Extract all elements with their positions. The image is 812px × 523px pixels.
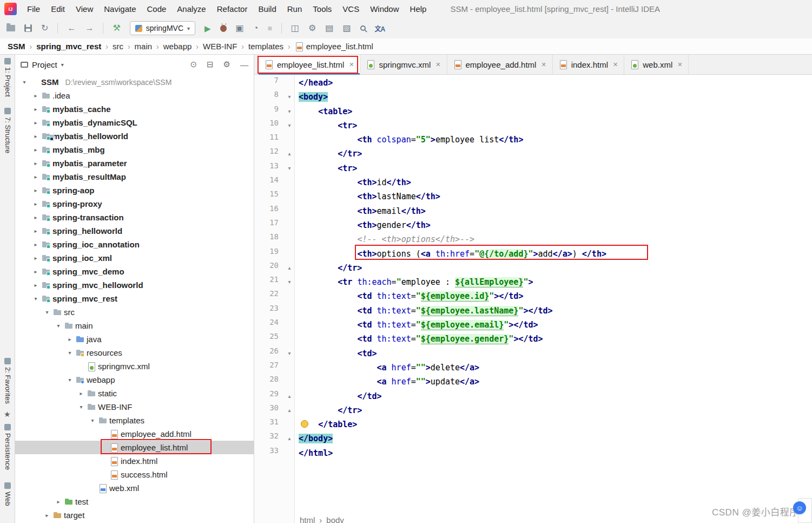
code-line-9[interactable]: 9▾ <table>	[254, 104, 812, 119]
code-line-24[interactable]: 24 <td th:text="${employee.email}"></td>	[254, 318, 812, 332]
expand-arrow-icon[interactable]: ▸	[32, 228, 39, 234]
tree-item-index.html[interactable]: ▸index.html	[15, 454, 254, 468]
tree-item-spring-aop[interactable]: ▸spring-aop	[15, 184, 254, 197]
code-line-32[interactable]: 32▴</body>	[254, 432, 812, 446]
back-icon[interactable]: ←	[67, 24, 76, 32]
run-button[interactable]: ▶	[204, 24, 211, 32]
expand-arrow-icon[interactable]: ▸	[32, 93, 39, 99]
breadcrumb-src[interactable]: src	[113, 42, 123, 51]
tool-stripe--favorites[interactable]: 2: Favorites	[0, 358, 15, 404]
collapse-arrow-icon[interactable]: ▾	[77, 404, 85, 410]
code-line-19[interactable]: 19 <th>options (<a th:href="@{/to/add}">…	[254, 247, 812, 261]
breadcrumb-templates[interactable]: templates	[248, 42, 283, 51]
fold-marker-icon[interactable]: ▴	[284, 147, 295, 161]
menu-code[interactable]: Code	[141, 0, 171, 18]
tree-item-main[interactable]: ▾main	[15, 319, 254, 332]
code-editor[interactable]: 7</head>8▾<body>9▾ <table>10▾ <tr>11 <th…	[254, 76, 812, 460]
code-line-16[interactable]: 16 <th>email</th>	[254, 204, 812, 218]
menu-vcs[interactable]: VCS	[337, 0, 365, 18]
fold-marker-icon[interactable]: ▾	[284, 161, 295, 175]
expand-arrow-icon[interactable]: ▸	[43, 512, 51, 518]
collapse-all-icon[interactable]: ⊟	[207, 60, 214, 69]
locate-file-icon[interactable]: ⊙	[190, 60, 197, 69]
expand-arrow-icon[interactable]: ▸	[66, 336, 74, 342]
menu-file[interactable]: File	[22, 0, 45, 18]
menu-navigate[interactable]: Navigate	[98, 0, 141, 18]
tool-stripe--structure[interactable]: 7: Structure	[0, 108, 15, 153]
sync-icon[interactable]: ↻	[41, 24, 48, 32]
code-line-25[interactable]: 25 <td th:text="${employee.gender}"></td…	[254, 332, 812, 346]
menu-edit[interactable]: Edit	[45, 0, 70, 18]
close-icon[interactable]: ✕	[349, 61, 354, 68]
fold-marker-icon[interactable]: ▴	[284, 389, 295, 403]
code-line-28[interactable]: 28 <a href="">update</a>	[254, 375, 812, 389]
breadcrumb-webapp[interactable]: webapp	[163, 42, 192, 51]
expand-arrow-icon[interactable]: ▸	[32, 133, 39, 139]
open-folder-icon[interactable]	[6, 25, 15, 31]
code-line-7[interactable]: 7</head>	[254, 76, 812, 90]
code-line-29[interactable]: 29▴ </td>	[254, 389, 812, 403]
debug-bug-icon[interactable]	[220, 25, 227, 32]
collapse-arrow-icon[interactable]: ▾	[66, 350, 74, 356]
menu-help[interactable]: Help	[405, 0, 432, 18]
tool-stripe--project[interactable]: 1: Project	[0, 58, 15, 97]
menu-view[interactable]: View	[70, 0, 98, 18]
close-icon[interactable]: ✕	[435, 61, 440, 68]
fold-marker-icon[interactable]: ▾	[284, 347, 295, 361]
expand-arrow-icon[interactable]: ▸	[32, 106, 39, 112]
code-line-18[interactable]: 18 <!-- <th>options</th>-->	[254, 232, 812, 246]
code-line-12[interactable]: 12▴ </tr>	[254, 147, 812, 161]
hide-panel-icon[interactable]: —	[240, 60, 248, 69]
menu-window[interactable]: Window	[365, 0, 404, 18]
code-line-21[interactable]: 21▾ <tr th:each="employee : ${allEmploye…	[254, 275, 812, 289]
tree-item-success.html[interactable]: ▸success.html	[15, 468, 254, 481]
breadcrumb-spring_mvc_rest[interactable]: spring_mvc_rest	[36, 42, 101, 51]
menu-tools[interactable]: Tools	[307, 0, 337, 18]
fold-marker-icon[interactable]: ▴	[284, 403, 295, 417]
menu-refactor[interactable]: Refactor	[212, 0, 253, 18]
search-icon[interactable]	[360, 25, 366, 31]
tree-item-mybatis_resultMap[interactable]: ▸mybatis_resultMap	[15, 170, 254, 184]
fold-marker-icon[interactable]: ▾	[284, 119, 295, 133]
tree-item-spring_mvc_rest[interactable]: ▾spring_mvc_rest	[15, 292, 254, 305]
tree-item-target[interactable]: ▸target	[15, 508, 254, 522]
restore-layout-icon[interactable]: ◫	[291, 24, 299, 32]
tree-item-spring_helloworld[interactable]: ▸spring_helloworld	[15, 224, 254, 238]
expand-arrow-icon[interactable]: ▸	[55, 499, 62, 505]
tree-item-java[interactable]: ▸java	[15, 332, 254, 346]
tree-item-webapp[interactable]: ▾webapp	[15, 373, 254, 387]
tool-stripe-persistence[interactable]: Persistence	[0, 424, 15, 470]
tree-item-springmvc.xml[interactable]: ▸springmvc.xml	[15, 359, 254, 373]
editor-tab-web.xml[interactable]: web.xml✕	[624, 55, 689, 74]
tree-item-spring-proxy[interactable]: ▸spring-proxy	[15, 197, 254, 211]
close-icon[interactable]: ✕	[541, 61, 546, 68]
collapse-arrow-icon[interactable]: ▾	[21, 79, 28, 85]
editor-tab-index.html[interactable]: index.html✕	[553, 55, 625, 74]
editor-breadcrumb-body[interactable]: body	[326, 515, 344, 523]
tree-item-resources[interactable]: ▾resources	[15, 346, 254, 359]
expand-arrow-icon[interactable]: ▸	[32, 120, 39, 126]
expand-arrow-icon[interactable]: ▸	[32, 269, 39, 274]
menu-analyze[interactable]: Analyze	[171, 0, 211, 18]
expand-arrow-icon[interactable]: ▸	[32, 160, 39, 166]
code-line-11[interactable]: 11 <th colspan="5">employee list</th>	[254, 133, 812, 147]
tree-item-src[interactable]: ▾src	[15, 305, 254, 319]
project-panel-title[interactable]: Project	[32, 60, 57, 69]
gear-icon[interactable]: ⚙	[223, 60, 230, 69]
tree-item-mybatis_cache[interactable]: ▸mybatis_cache	[15, 102, 254, 116]
tool-stripe-web[interactable]: Web	[0, 482, 15, 506]
tree-item-spring_mvc_helloworld[interactable]: ▸spring_mvc_helloworld	[15, 278, 254, 292]
tree-item-mybatis_dynamicSQL[interactable]: ▸mybatis_dynamicSQL	[15, 116, 254, 129]
profiler-icon[interactable]: ◔	[253, 24, 259, 32]
code-line-23[interactable]: 23 <td th:text="${employee.lastName}"></…	[254, 304, 812, 318]
tree-item-spring-transaction[interactable]: ▸spring-transaction	[15, 211, 254, 224]
tree-item-static[interactable]: ▸static	[15, 387, 254, 400]
tree-item-employee_list.html[interactable]: ▸employee_list.html	[15, 441, 254, 454]
code-line-15[interactable]: 15 <th>lastName</th>	[254, 189, 812, 204]
editor-tab-employee_add.html[interactable]: employee_add.html✕	[447, 55, 553, 74]
code-line-26[interactable]: 26▾ <td>	[254, 347, 812, 361]
tree-item-templates[interactable]: ▾templates	[15, 414, 254, 427]
forward-icon[interactable]: →	[85, 24, 94, 32]
tree-item-.idea[interactable]: ▸.idea	[15, 89, 254, 102]
tree-item-spring_mvc_demo[interactable]: ▸spring_mvc_demo	[15, 265, 254, 278]
